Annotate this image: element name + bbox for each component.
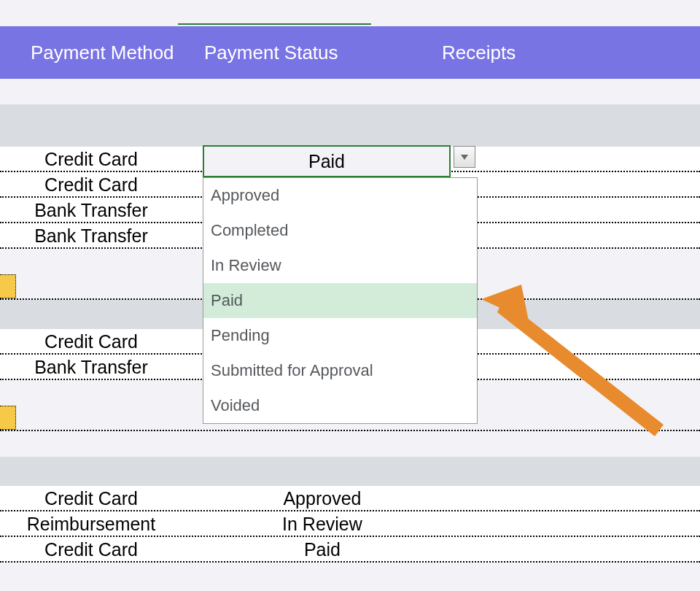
cell-payment-method: Bank Transfer — [0, 223, 204, 249]
cell-payment-method: Credit Card — [0, 172, 204, 198]
payment-status-options: Approved Completed In Review Paid Pendin… — [203, 177, 478, 424]
payment-status-selected-value: Paid — [308, 151, 345, 171]
svg-marker-0 — [461, 155, 468, 160]
header-payment-method: Payment Method — [0, 42, 204, 64]
option-in-review[interactable]: In Review — [203, 248, 477, 283]
active-tab-underline — [178, 23, 371, 25]
option-pending[interactable]: Pending — [203, 318, 477, 353]
header-payment-status: Payment Status — [204, 42, 430, 64]
cell-payment-method: Bank Transfer — [0, 355, 204, 380]
option-paid[interactable]: Paid — [203, 283, 477, 318]
dropdown-toggle-button[interactable] — [454, 146, 475, 168]
row-marker-icon — [0, 406, 16, 430]
header-receipts: Receipts — [430, 42, 649, 64]
table-header: Payment Method Payment Status Receipts — [0, 26, 700, 79]
option-approved[interactable]: Approved — [203, 178, 477, 213]
spacer-row — [0, 431, 700, 457]
option-submitted-for-approval[interactable]: Submitted for Approval — [203, 353, 477, 388]
option-completed[interactable]: Completed — [203, 213, 477, 248]
cell-payment-method: Credit Card — [0, 486, 204, 511]
cell-payment-method: Credit Card — [0, 329, 204, 355]
spacer-row — [0, 79, 700, 104]
cell-payment-status: Paid — [209, 537, 435, 563]
cell-payment-method: Bank Transfer — [0, 198, 204, 223]
table-row[interactable]: Credit Card Paid — [0, 537, 700, 563]
cell-payment-method: Reimbursement — [0, 511, 204, 537]
row-marker-icon — [0, 274, 16, 298]
cell-payment-status: In Review — [209, 511, 435, 537]
cell-payment-method: Credit Card — [0, 537, 204, 563]
section-separator — [0, 457, 700, 486]
chevron-down-icon — [460, 153, 469, 161]
option-voided[interactable]: Voided — [203, 388, 477, 423]
table-row[interactable]: Reimbursement In Review — [0, 511, 700, 537]
payment-status-select[interactable]: Paid — [203, 145, 451, 177]
cell-payment-status: Approved — [209, 486, 435, 511]
cell-payment-method: Credit Card — [0, 147, 204, 172]
table-row[interactable]: Credit Card Approved — [0, 486, 700, 511]
section-separator — [0, 104, 700, 147]
